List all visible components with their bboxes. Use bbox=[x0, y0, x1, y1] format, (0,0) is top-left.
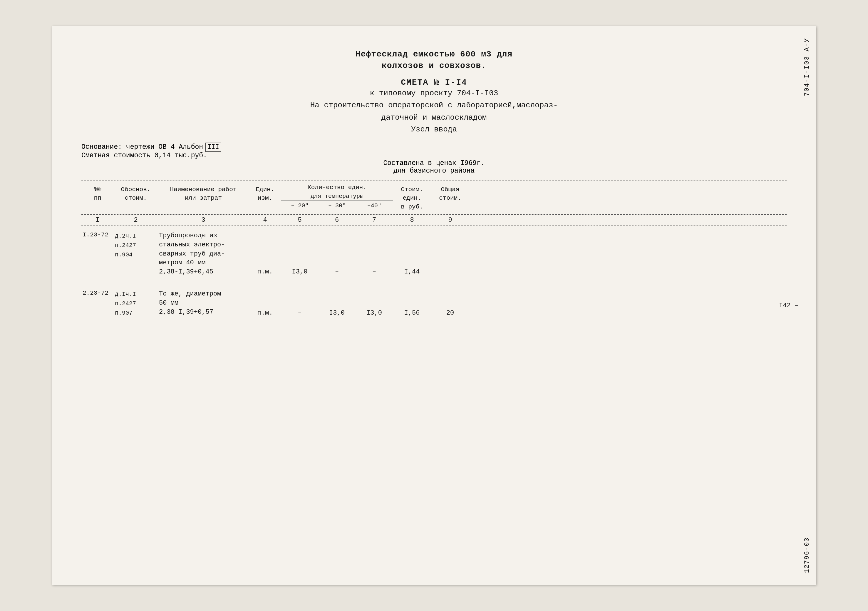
th-num: №№ пп bbox=[81, 184, 114, 212]
osnование-right: Составлена в ценах I969г. для базисного … bbox=[81, 159, 787, 175]
th-name: Наименование работ или затрат bbox=[158, 184, 249, 212]
row1-unit: п.м. bbox=[249, 267, 281, 277]
col-numbers-row: I 2 3 4 5 6 7 8 9 bbox=[81, 214, 787, 226]
document-header: Нефтесклад емкостью 600 м3 для колхозов … bbox=[81, 50, 787, 134]
side-label-bottom: 12796-03 bbox=[803, 537, 811, 573]
document: 704-I-I03 А-У 12796-03 Нефтесклад емкост… bbox=[52, 26, 816, 585]
row2-num: 2.23-72 bbox=[81, 289, 114, 319]
row2-qty20: – bbox=[281, 309, 318, 319]
th-unit: Един. изм. bbox=[249, 184, 281, 212]
osnование-row: Основание: чертежи ОВ-4 Альбон III Сметн… bbox=[81, 143, 787, 175]
th-ref: Обоснов. стоим. bbox=[114, 184, 158, 212]
row1-qty20: I3,0 bbox=[281, 267, 318, 277]
prices-line1: Составлена в ценах I969г. bbox=[81, 159, 787, 167]
th-qty-temps: – 20⁰ – 30⁰ –40⁰ bbox=[281, 202, 393, 209]
row1-total bbox=[431, 275, 469, 277]
row1-qty40: – bbox=[355, 267, 393, 277]
osnование-line1: Основание: чертежи ОВ-4 Альбон III bbox=[81, 143, 787, 152]
osnование-left: Основание: чертежи ОВ-4 Альбон III Сметн… bbox=[81, 143, 787, 159]
row2-unit: п.м. bbox=[249, 309, 281, 319]
table-row: 2.23-72 д.Iч.I п.2427 п.907 То же, диаме… bbox=[81, 286, 787, 327]
th-unit-cost: Стоим. един. в руб. bbox=[393, 184, 431, 212]
th-qty-group: Количество един. для температуры – 20⁰ –… bbox=[281, 184, 393, 212]
side-label-top: 704-I-I03 А-У bbox=[803, 38, 811, 96]
th-total: Общая стоим. bbox=[431, 184, 469, 212]
row2-unitcost: I,56 bbox=[393, 309, 431, 319]
th-qty-sub1: для температуры bbox=[281, 193, 393, 201]
th-temp1: – 20⁰ bbox=[281, 202, 319, 209]
col-num-2: 2 bbox=[114, 216, 158, 224]
row1-name: Трубопроводы из стальных электро- сварны… bbox=[158, 231, 249, 277]
title-line1: Нефтесклад емкостью 600 м3 для bbox=[81, 50, 787, 59]
smeta-label: СМЕТА № I-I4 bbox=[81, 78, 787, 87]
project-ref: к типовому проекту 704-I-I03 bbox=[81, 89, 787, 98]
row2-ref: д.Iч.I п.2427 п.907 bbox=[114, 289, 158, 319]
row2-qty40: I3,0 bbox=[355, 309, 393, 319]
page-container: 704-I-I03 А-У 12796-03 Нефтесклад емкост… bbox=[0, 0, 868, 611]
row2-name: То же, диаметром 50 мм 2,38-I,39+0,57 bbox=[158, 289, 249, 319]
col-num-5: 5 bbox=[281, 216, 318, 224]
desc-line1: На строительство операторской с лаборато… bbox=[81, 100, 787, 110]
row1-ref: д.2ч.I п.2427 п.904 bbox=[114, 231, 158, 277]
title-line2: колхозов и совхозов. bbox=[81, 61, 787, 70]
row1-num: I.23-72 bbox=[81, 231, 114, 277]
desc-line2: даточной и маслоскладом bbox=[81, 112, 787, 123]
th-temp2: – 30⁰ bbox=[319, 202, 356, 209]
page-number: I42 – bbox=[779, 302, 798, 309]
col-num-8: 8 bbox=[393, 216, 431, 224]
col-num-3: 3 bbox=[158, 216, 249, 224]
table-section: №№ пп Обоснов. стоим. Наименование работ… bbox=[81, 180, 787, 327]
col-num-7: 7 bbox=[355, 216, 393, 224]
row2-qty30: I3,0 bbox=[318, 309, 355, 319]
col-num-4: 4 bbox=[249, 216, 281, 224]
th-qty-label: Количество един. bbox=[281, 184, 393, 192]
table-row: I.23-72 д.2ч.I п.2427 п.904 Трубопроводы… bbox=[81, 228, 787, 286]
album-box: III bbox=[205, 143, 221, 152]
th-temp3: –40⁰ bbox=[355, 202, 393, 209]
col-num-1: I bbox=[81, 216, 114, 224]
row1-unitcost: I,44 bbox=[393, 267, 431, 277]
col-num-6: 6 bbox=[318, 216, 355, 224]
prices-line2: для базисного района bbox=[81, 167, 787, 175]
col-num-9: 9 bbox=[431, 216, 469, 224]
uzel: Узел ввода bbox=[81, 125, 787, 134]
row1-qty30: – bbox=[318, 267, 355, 277]
osnование-line2: Сметная стоимость 0,14 тыс.руб. bbox=[81, 152, 787, 159]
side-labels: 704-I-I03 А-У 12796-03 bbox=[803, 26, 811, 585]
row2-total: 20 bbox=[431, 309, 469, 319]
table-header: №№ пп Обоснов. стоим. Наименование работ… bbox=[81, 180, 787, 212]
